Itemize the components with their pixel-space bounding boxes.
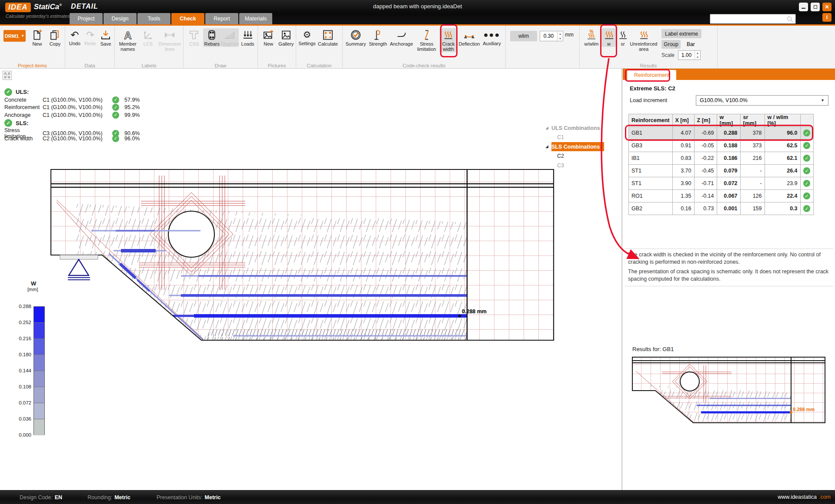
search-input[interactable]	[710, 16, 787, 22]
new-file-icon	[31, 29, 43, 41]
main-canvas[interactable]: ULS: ConcreteC1 (G100.0%, V100.0%) 57.9%…	[0, 69, 621, 490]
w-wlim-toggle[interactable]: % w/wlim	[581, 28, 601, 47]
table-row[interactable]: GB14.07 -0.690.288 37896.0	[629, 127, 814, 139]
tab-design[interactable]: Design	[104, 13, 137, 24]
crack-width-button[interactable]: Crack width	[439, 28, 458, 52]
close-button[interactable]: ✕	[822, 3, 832, 11]
strength-icon	[372, 29, 384, 41]
check-icon	[112, 104, 119, 111]
check-summary: ULS: ConcreteC1 (G100.0%, V100.0%) 57.9%…	[4, 88, 143, 143]
rebars-icon	[206, 29, 218, 41]
support-ground-lines	[68, 278, 90, 280]
table-row[interactable]: ST13.90 -0.710.072 -23.9	[629, 177, 814, 190]
table-row[interactable]: GB20.16 0.730.001 1590.3	[629, 202, 814, 215]
tree-item-c1[interactable]: C1	[545, 133, 618, 142]
project-item-selector[interactable]: DRM1▼	[3, 30, 26, 42]
website-link[interactable]: www.ideastatica.com	[778, 494, 831, 500]
sr-icon	[617, 29, 629, 41]
expander-icon[interactable]	[545, 145, 548, 148]
gear-icon: ⚙	[303, 29, 311, 40]
info-button[interactable]: i	[822, 13, 832, 22]
fit-view-button[interactable]	[3, 71, 12, 80]
loads-button[interactable]: Loads	[239, 28, 257, 47]
search-box[interactable]	[710, 14, 796, 24]
new-project-item-button[interactable]: New	[28, 28, 46, 47]
expand-arrows-icon	[4, 73, 10, 78]
calculate-button[interactable]: Calculate	[316, 28, 340, 47]
group-calculation: ⚙ Settings Calculate Calculation	[296, 26, 343, 69]
w-toggle[interactable]: w	[601, 28, 616, 47]
tree-item-c2[interactable]: C2	[545, 151, 618, 161]
crack-hatching	[77, 204, 467, 340]
sr-toggle[interactable]: sr	[616, 28, 629, 47]
anchorage-button[interactable]: Anchorage	[389, 28, 414, 47]
load-increment-select[interactable]: G100.0%, V100.0%▼	[696, 95, 828, 106]
group-results: % w/wlim w sr	[580, 26, 718, 69]
results-panel: Reinforcement Extreme SLS: C2 Load incre…	[623, 69, 835, 490]
title-bar: IDEA StatiCa® DETAIL Calculate yesterday…	[0, 0, 835, 24]
bar-toggle[interactable]: Bar	[687, 41, 695, 47]
tab-project[interactable]: Project	[70, 13, 103, 24]
dimension-lines-button: Dimension lines	[157, 28, 182, 52]
label-extreme-button[interactable]: Label extreme	[661, 29, 701, 38]
tree-uls-combinations[interactable]: ULS Combinations	[545, 123, 618, 133]
wlim-stepper[interactable]: 0.30 ▲▼	[540, 31, 563, 41]
auxiliary-button[interactable]: ●●● Auxiliary	[481, 28, 503, 46]
copy-project-item-button[interactable]: Copy	[46, 28, 64, 47]
check-icon	[803, 129, 810, 136]
summary-row: ReinforcementC1 (G100.0%, V100.0%) 95.2%	[4, 104, 143, 112]
save-button[interactable]: Save	[98, 28, 114, 47]
strength-button[interactable]: Strength	[367, 28, 389, 47]
gallery-button[interactable]: Gallery	[277, 28, 295, 47]
beam-opening	[168, 211, 214, 257]
table-row[interactable]: IB10.83 -0.220.186 21662.1	[629, 152, 814, 165]
tab-report[interactable]: Report	[205, 13, 238, 24]
ellipsis-icon: ●●●	[484, 29, 501, 40]
group-toggle[interactable]: Group	[661, 40, 681, 49]
settings-button[interactable]: ⚙ Settings	[298, 28, 316, 46]
tab-check[interactable]: Check	[171, 13, 204, 24]
crack-width-label: 0.288 mm	[462, 308, 487, 315]
note-crack-width: The crack width is checked in the vicini…	[628, 251, 830, 265]
table-row[interactable]: RO11.35 -0.140.067 12622.4	[629, 190, 814, 202]
deflection-icon	[463, 29, 475, 41]
sls-title: SLS:	[16, 120, 29, 126]
group-draw: CSS Rebars Diagram Loads	[184, 26, 258, 69]
legend-bar	[33, 306, 45, 435]
diagram-icon	[224, 29, 236, 41]
rebars-button[interactable]: Rebars	[203, 28, 221, 47]
svg-text:A: A	[124, 30, 131, 41]
table-row[interactable]: GB30.91 -0.050.188 37362.5	[629, 139, 814, 152]
tree-sls-combinations[interactable]: SLS Combinations	[545, 142, 618, 151]
summary-button[interactable]: Summary	[344, 28, 367, 47]
reinforcement-table: Reinforcement X [m] Z [m] w [mm] sr [mm]…	[628, 114, 814, 215]
scale-label: Scale	[661, 52, 675, 58]
member-names-button[interactable]: A Member names	[117, 28, 139, 52]
expander-icon[interactable]	[545, 126, 548, 129]
legend-title: W	[31, 280, 36, 287]
tab-materials[interactable]: Materials	[239, 13, 272, 24]
check-icon	[803, 167, 810, 174]
tab-reinforcement[interactable]: Reinforcement	[627, 70, 676, 80]
check-icon	[4, 88, 12, 96]
anchorage-icon	[395, 29, 407, 41]
results-for-label: Results for: GB1	[632, 346, 674, 352]
load-increment-label: Load increment	[630, 97, 667, 103]
stress-limitation-button[interactable]: Stress limitation	[414, 28, 439, 52]
tree-item-c3[interactable]: C3	[545, 161, 618, 170]
check-icon	[803, 142, 810, 149]
new-picture-button[interactable]: New	[260, 28, 277, 47]
table-row[interactable]: ST13.70 -0.450.079 -26.4	[629, 165, 814, 177]
tab-tools[interactable]: Tools	[137, 13, 170, 24]
scale-stepper[interactable]: 1.00 ▲▼	[678, 50, 701, 60]
step-up-icon: ▲	[695, 51, 700, 55]
css-button: CSS	[185, 28, 203, 47]
deflection-button[interactable]: Deflection	[458, 28, 481, 47]
unreinforced-area-toggle[interactable]: Unreinforced area	[629, 28, 658, 52]
minimize-button[interactable]	[799, 3, 808, 11]
undo-button[interactable]: ↶ Undo	[67, 28, 83, 46]
gallery-icon	[280, 29, 292, 41]
maximize-button[interactable]	[811, 3, 820, 11]
design-code: Design Code:EN	[20, 494, 62, 501]
wlim-button[interactable]: wlim	[510, 31, 537, 41]
